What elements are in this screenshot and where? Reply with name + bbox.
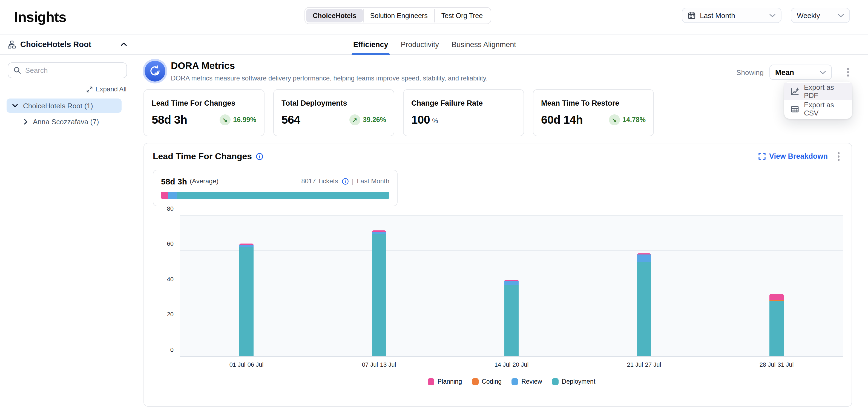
bar-segment-deployment [239,247,253,356]
card-value: 100 [411,113,430,127]
chart-legend: PlanningCodingReviewDeployment [180,378,843,385]
bar-segment-deployment [372,233,386,356]
phase-distribution-bar [161,192,390,198]
chart-plot-area: 020406080 [180,215,843,356]
page-title: Insights [14,8,66,26]
date-range-select[interactable]: Last Month [682,8,781,23]
sidebar-header[interactable]: ChoiceHotels Root [0,34,135,55]
card-mean-time-to-restore: Mean Time To Restore 60d 14h ↘ 14.78% [533,89,654,136]
menu-item-export-pdf[interactable]: Export as PDF [784,83,852,100]
legend-item-planning[interactable]: Planning [428,378,462,385]
bar-segment-review [504,281,519,285]
metric-cards-row: Lead Time For Changes 58d 3h ↘ 16.99% To… [144,89,868,136]
card-lead-time-for-changes: Lead Time For Changes 58d 3h ↘ 16.99% [144,89,265,136]
date-range-value: Last Month [700,11,735,20]
top-bar: Insights ChoiceHotels Solution Engineers… [0,0,868,34]
legend-swatch [552,378,559,385]
chevron-up-icon[interactable] [121,42,127,46]
card-total-deployments: Total Deployments 564 ↗ 39.26% [273,89,394,136]
view-breakdown-label: View Breakdown [769,152,828,161]
legend-swatch [428,378,434,385]
tree-item-anna[interactable]: Anna Scozzafava (7) [18,114,122,129]
granularity-select[interactable]: Weekly [791,8,850,23]
separator: | [352,177,353,185]
tree-item-label: ChoiceHotels Root (1) [23,102,93,110]
search-icon [14,67,21,74]
section-title: Lead Time For Changes [153,151,252,162]
org-hierarchy-icon [8,40,16,48]
expand-icon [87,86,93,92]
chevron-right-icon[interactable] [24,118,28,125]
chart-x-axis: 01 Jul-06 Jul07 Jul-13 Jul14 Jul-20 Jul2… [180,361,843,369]
calendar-icon [688,11,695,19]
card-title: Change Failure Rate [411,99,516,107]
bar-stack-2[interactable] [372,230,386,356]
tickets-count: 8017 Tickets [301,177,338,185]
chevron-down-icon [838,13,844,17]
bar-segment-review [637,255,651,263]
card-title: Lead Time For Changes [152,99,256,107]
lead-time-kebab-menu-button[interactable] [834,150,843,163]
card-value: 60d 14h [541,113,583,127]
dora-header: DORA Metrics DORA metrics measure softwa… [144,60,852,82]
menu-item-export-csv[interactable]: Export as CSV [784,100,852,118]
legend-label: Coding [482,378,502,385]
dora-kebab-menu-button[interactable] [844,66,852,79]
card-delta: ↘ 14.78% [609,114,646,125]
x-axis-label: 01 Jul-06 Jul [229,361,264,368]
legend-swatch [472,378,478,385]
org-tab-choicehotels[interactable]: ChoiceHotels [306,9,363,23]
showing-label: Showing [736,68,764,76]
showing-select[interactable]: Mean [769,65,832,80]
info-icon[interactable] [341,178,348,185]
legend-label: Review [521,378,542,385]
granularity-value: Weekly [797,11,820,20]
org-tree-sidebar: ChoiceHotels Root Expand All [0,34,135,411]
legend-label: Planning [438,378,462,385]
chevron-down-icon[interactable] [12,103,18,108]
section-tabs: Efficiency Productivity Business Alignme… [135,34,868,55]
x-axis-label: 28 Jul-31 Jul [760,361,794,368]
chevron-down-icon [769,13,775,17]
card-delta: ↗ 39.26% [349,114,386,125]
trend-arrow-icon: ↘ [222,116,227,124]
card-change-failure-rate: Change Failure Rate 100 % [403,89,524,136]
expand-corners-icon [759,153,766,160]
tab-efficiency[interactable]: Efficiency [353,34,389,55]
legend-item-coding[interactable]: Coding [472,378,502,385]
dora-cycle-icon [145,61,165,81]
tab-productivity[interactable]: Productivity [400,34,440,55]
showing-value: Mean [775,68,816,76]
bar-stack-4[interactable] [637,253,651,356]
menu-item-label: Export as PDF [804,83,845,100]
phase-segment-planning [161,192,168,198]
x-axis-label: 07 Jul-13 Jul [362,361,396,368]
sidebar-title: ChoiceHotels Root [20,40,116,49]
search-input[interactable] [25,66,121,74]
expand-all-button[interactable]: Expand All [0,85,126,93]
y-axis-tick: 40 [153,276,174,282]
org-tab-test-org-tree[interactable]: Test Org Tree [434,9,489,23]
top-filters: Last Month Weekly [682,8,850,23]
trend-arrow-icon: ↘ [612,116,617,124]
bar-stack-3[interactable] [504,280,519,356]
view-breakdown-button[interactable]: View Breakdown [759,152,828,161]
legend-item-deployment[interactable]: Deployment [552,378,595,385]
y-axis-tick: 0 [153,346,174,353]
chart-plus-icon [791,87,799,96]
bar-stack-1[interactable] [239,243,253,356]
legend-label: Deployment [562,378,595,385]
gridline [180,215,843,215]
bar-stack-5[interactable] [769,294,784,356]
legend-item-review[interactable]: Review [512,378,542,385]
tree-item-root[interactable]: ChoiceHotels Root (1) [7,99,122,113]
x-axis-label: 14 Jul-20 Jul [495,361,529,368]
export-menu: Export as PDF Export as CSV [784,81,852,119]
org-tab-solution-engineers[interactable]: Solution Engineers [363,9,434,23]
expand-all-label: Expand All [96,85,126,93]
card-title: Mean Time To Restore [541,99,646,107]
org-tree: ChoiceHotels Root (1) Anna Scozzafava (7… [0,99,135,129]
tab-business-alignment[interactable]: Business Alignment [451,34,517,55]
bar-segment-planning [769,294,784,300]
info-icon[interactable] [256,153,264,160]
